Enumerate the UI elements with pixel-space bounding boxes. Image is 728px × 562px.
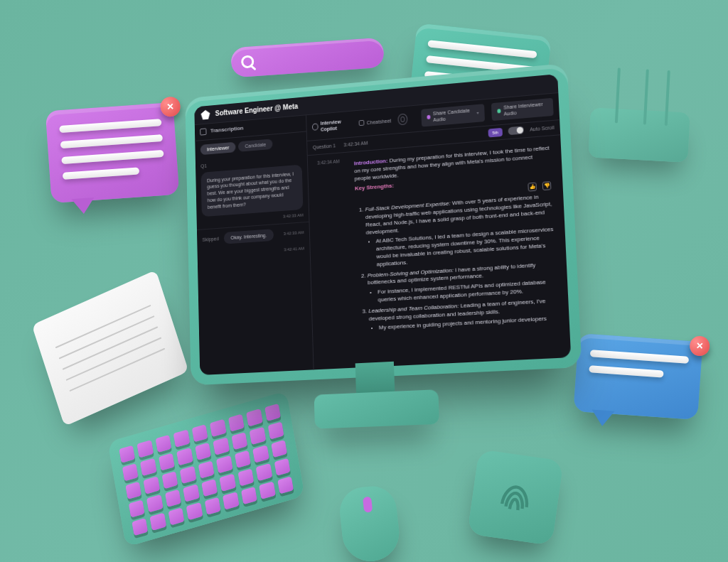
skipped-time: 3:42:33 AM	[284, 230, 304, 237]
share-interviewer-label: Share Interviewer Audio	[503, 100, 548, 117]
tab-interviewer[interactable]: Interviewer	[200, 142, 236, 156]
thumbs-down-icon[interactable]: 👎	[542, 181, 552, 190]
mouse-decoration	[338, 484, 402, 562]
speech-bubble-purple: ×	[46, 102, 180, 203]
list-item: Full-Stack Development Expertise: With o…	[365, 193, 556, 269]
transcription-panel: Transcription Interviewer Candidate Q1 D…	[195, 115, 314, 375]
monitor-stand	[323, 360, 429, 421]
page-title: Software Engineer @ Meta	[215, 102, 299, 118]
answer-badge: 5th	[488, 128, 503, 138]
question-time: 3:42:34 AM	[343, 140, 368, 148]
answer-body: 3:42:34 AM Introduction: During my prepa…	[308, 135, 571, 360]
search-icon	[241, 55, 255, 68]
fingerprint-icon	[492, 474, 539, 521]
copilot-panel: Interview Copilot Cheatsheet Share Candi…	[306, 93, 571, 369]
share-icon	[427, 115, 430, 119]
cheatsheet-link[interactable]: Cheatsheet	[367, 117, 392, 126]
skipped-label: Skipped	[202, 235, 218, 243]
copilot-label: Interview Copilot	[321, 117, 352, 133]
search-pill-decoration	[230, 38, 385, 78]
auto-scroll-label: Auto Scroll	[530, 124, 555, 133]
tab-candidate[interactable]: Candidate	[238, 139, 273, 152]
speech-bubble-blue: ×	[573, 333, 702, 420]
share-icon	[497, 109, 500, 114]
question-number: Question 1	[313, 143, 336, 151]
share-candidate-button[interactable]: Share Candidate Audio ▾	[421, 104, 485, 126]
thumbs-up-icon[interactable]: 👍	[528, 183, 537, 192]
router-decoration	[588, 107, 690, 162]
question-block[interactable]: Q1 During your preparation for this inte…	[196, 151, 309, 230]
chevron-down-icon: ▾	[476, 110, 478, 116]
monitor-frame: Software Engineer @ Meta Transcription I…	[185, 63, 582, 386]
app-logo-icon	[200, 109, 210, 119]
app-screen: Software Engineer @ Meta Transcription I…	[194, 74, 571, 375]
cheatsheet-icon	[358, 120, 364, 126]
record-icon[interactable]	[398, 114, 408, 126]
transcription-label: Transcription	[210, 125, 244, 135]
close-icon: ×	[689, 335, 710, 357]
share-interviewer-button[interactable]: Share Interviewer Audio	[491, 98, 554, 121]
copilot-icon	[312, 124, 318, 131]
share-candidate-label: Share Candidate Audio	[433, 107, 474, 124]
answer-time: 3:42:34 AM	[317, 158, 353, 338]
notepad-decoration	[32, 270, 189, 426]
skipped-chip[interactable]: Okay. Interesting.	[224, 229, 274, 244]
auto-scroll-toggle[interactable]	[508, 126, 525, 136]
question-text: During your preparation for this intervi…	[201, 164, 304, 217]
transcription-icon	[200, 129, 206, 136]
